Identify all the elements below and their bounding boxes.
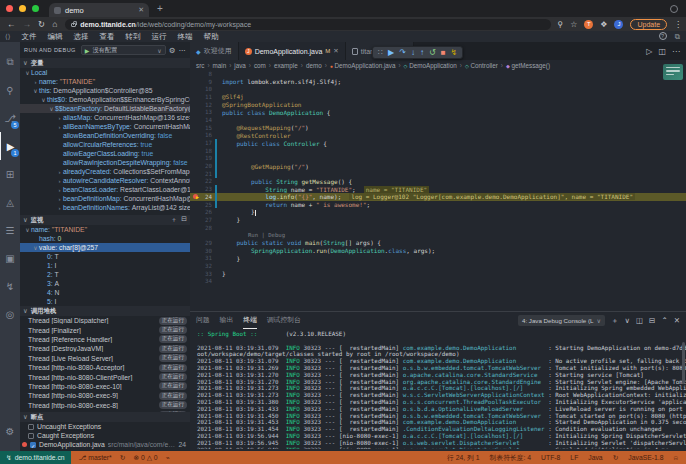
traffic-close-icon[interactable]	[6, 5, 13, 12]
watch-row[interactable]: 2: T	[20, 270, 190, 279]
variable-row[interactable]: ›aliasMap: ConcurrentHashMap@136 size=1	[20, 113, 190, 122]
status-problems[interactable]: ⊗ 0 △ 0	[133, 454, 157, 462]
watch-section-header[interactable]: ∨监视 ＋⊟	[20, 215, 190, 225]
editor-tab-欢迎使用[interactable]: ◆欢迎使用	[190, 42, 239, 60]
chevron-expanded-icon[interactable]: ∨	[24, 69, 31, 76]
variable-row[interactable]: ›beanDefinitionNames: ArrayList@142 size…	[20, 203, 190, 212]
remote-indicator[interactable]: ↯ demo.titanide.cn	[0, 451, 71, 464]
gutter[interactable]: 28	[190, 224, 222, 232]
extension-avatar[interactable]: T	[584, 20, 593, 29]
watch-row[interactable]: 0: T	[20, 252, 190, 261]
source-control-icon[interactable]: ⎇5	[0, 104, 20, 132]
code-line-14[interactable]: 14	[190, 116, 686, 124]
panel-tab-输出[interactable]: 输出	[220, 312, 234, 329]
status-java-runtime[interactable]: JavaSE-1.8	[628, 454, 663, 461]
gutter[interactable]: ▶24	[190, 193, 222, 201]
code-line-33[interactable]: 33}	[190, 270, 686, 278]
thread-row[interactable]: Thread [http-nio-8080-Acceptor]正在运行	[20, 363, 190, 372]
gutter[interactable]: 25	[190, 201, 222, 209]
gutter[interactable]: 23	[190, 185, 222, 193]
debug-gear-icon[interactable]: ⚙	[169, 46, 176, 55]
browser-tab[interactable]: demo ✕	[49, 3, 149, 17]
chevron-collapsed-icon[interactable]: ›	[32, 79, 39, 85]
new-terminal-icon[interactable]: ＋	[611, 316, 619, 326]
watch-row[interactable]: hash: 0	[20, 234, 190, 243]
thread-row[interactable]: Thread [Signal Dispatcher]正在运行	[20, 316, 190, 325]
zoom-icon[interactable]: ⚲	[557, 20, 563, 29]
watch-row[interactable]: 3: A	[20, 279, 190, 288]
variables-section-header[interactable]: ∨变量	[20, 58, 190, 68]
bookmark-star-icon[interactable]: ☆	[570, 20, 577, 29]
breakpoints-section-header[interactable]: ∨断点	[20, 412, 190, 422]
breakpoint-row[interactable]: Uncaught Exceptions	[20, 422, 190, 431]
menu-转到[interactable]: 转到	[125, 32, 140, 41]
code-line-26[interactable]: 26 }	[190, 208, 686, 216]
gutter[interactable]: 8	[190, 70, 222, 78]
chevron-collapsed-icon[interactable]: ›	[56, 187, 63, 193]
terminal-output[interactable]: :: Spring Boot :: (v2.3.10.RELEASE) 2021…	[190, 329, 686, 449]
address-bar[interactable]: demo.titanide.cn/ide/web/coding/demo/my-…	[65, 19, 551, 30]
breakpoint-row[interactable]: Caught Exceptions	[20, 431, 190, 440]
breakpoint-row[interactable]: ✓DemoApplication.javasrc/main/java/com/e…	[20, 440, 190, 449]
gutter[interactable]: 12	[190, 101, 222, 109]
variable-row[interactable]: ›beanDefinitionMap: ConcurrentHashMap@14…	[20, 194, 190, 203]
gutter[interactable]: 18	[190, 147, 222, 155]
panel-tab-调试控制台[interactable]: 调试控制台	[267, 312, 301, 329]
breadcrumb[interactable]: src›main›java›com›example›demo›● DemoApp…	[190, 60, 686, 70]
watch-row[interactable]: ∨name: "TITANIDE"	[20, 225, 190, 234]
chevron-collapsed-icon[interactable]: ›	[56, 169, 63, 175]
code-line-22[interactable]: 22 public String getMessage() {	[190, 178, 686, 186]
run-debug-icon[interactable]: ▶1	[0, 132, 20, 160]
menu-运行[interactable]: 运行	[151, 32, 166, 41]
chevron-expanded-icon[interactable]: ∨	[48, 105, 55, 112]
breadcrumb-item[interactable]: java	[234, 62, 246, 69]
code-line-32[interactable]: 32	[190, 262, 686, 270]
code-line-23[interactable]: 23 String name = "TITANIDE";name = "TITA…	[190, 185, 686, 193]
gutter[interactable]: 34	[190, 278, 222, 286]
watch-row[interactable]: 5: I	[20, 297, 190, 306]
chevron-collapsed-icon[interactable]: ›	[56, 205, 63, 211]
variable-row[interactable]: ›autowireCandidateResolver: ContextAnnot…	[20, 176, 190, 185]
testing-icon[interactable]: ◬	[0, 188, 20, 216]
status-feedback[interactable]: ⌁	[166, 454, 170, 462]
power-icon[interactable]: ↯	[0, 272, 20, 300]
gutter[interactable]: 32	[190, 262, 222, 270]
gutter[interactable]: 11	[190, 93, 222, 101]
more-actions-icon[interactable]: ⋯	[672, 47, 680, 56]
breadcrumb-item[interactable]: ◆ getMessage()	[506, 62, 550, 69]
tab-close-icon[interactable]: ✕	[333, 47, 338, 55]
debug-config-dropdown[interactable]: ▶ 没有配置 ∨	[81, 45, 166, 55]
chevron-collapsed-icon[interactable]: ›	[56, 178, 63, 184]
code-line-21[interactable]: 21	[190, 170, 686, 178]
breakpoint-checkbox[interactable]: ✓	[30, 442, 36, 448]
traffic-maximize-icon[interactable]	[32, 5, 39, 12]
maximize-panel-icon[interactable]: ⌃	[661, 316, 667, 326]
breadcrumb-item[interactable]: ● DemoApplication.java	[330, 62, 396, 69]
menu-文件[interactable]: 文件	[21, 32, 36, 41]
variable-row[interactable]: allowEagerClassLoading: true	[20, 149, 190, 158]
gutter[interactable]: 21	[190, 170, 222, 178]
code-line-15[interactable]: 15 @RequestMapping("/")	[190, 124, 686, 132]
code-line-8[interactable]: 8	[190, 70, 686, 78]
code-line-28[interactable]: 28	[190, 224, 686, 232]
terminal-dropdown-icon[interactable]: ∨	[625, 316, 631, 326]
new-tab-button[interactable]: +	[157, 3, 163, 14]
stop-button[interactable]: ■	[441, 47, 446, 58]
panel-tab-终端[interactable]: 终端	[243, 312, 257, 329]
kill-terminal-icon[interactable]: ⊟	[649, 316, 655, 326]
breakpoint-checkbox[interactable]	[28, 424, 34, 430]
traffic-minimize-icon[interactable]	[19, 5, 26, 12]
step-into-button[interactable]: ↓	[411, 47, 415, 58]
add-watch-icon[interactable]: ＋	[170, 215, 177, 225]
step-over-button[interactable]: ↷	[399, 47, 406, 58]
menu-查看[interactable]: 查看	[99, 32, 114, 41]
gutter[interactable]: 15	[190, 124, 222, 132]
code-line-17[interactable]: 17 public class Controller {	[190, 139, 686, 147]
code-line-27[interactable]: 27 }	[190, 216, 686, 224]
callstack-section-header[interactable]: ∨调用堆栈	[20, 306, 190, 316]
code-line-19[interactable]: 19	[190, 155, 686, 163]
chevron-expanded-icon[interactable]: ∨	[40, 96, 47, 103]
tab-close-icon[interactable]: ✕	[138, 6, 144, 14]
restart-button[interactable]: ↺	[429, 47, 436, 58]
variable-row[interactable]: ›name: "TITANIDE"	[20, 77, 190, 86]
